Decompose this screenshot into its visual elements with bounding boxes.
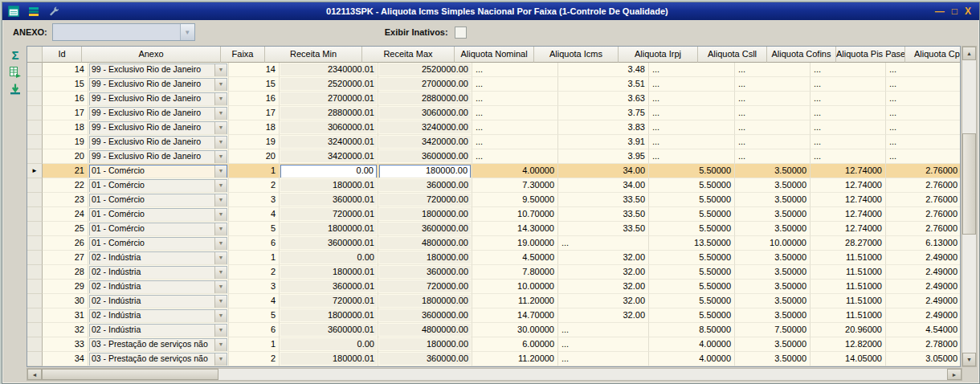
chevron-down-icon[interactable]: ▼ [214,122,227,134]
cell-aliquota_csll[interactable]: 10.00000 [735,236,811,251]
chevron-down-icon[interactable]: ▼ [214,209,227,221]
cell-faixa[interactable]: 2 [229,178,280,193]
row-indicator[interactable] [27,77,43,92]
anexo-combo[interactable]: 03 - Prestação de serviços não▼ [89,353,227,366]
cell-id[interactable]: 27 [43,251,88,265]
cell-anexo[interactable]: 02 - Indústria▼ [88,265,229,280]
receita_max-editor[interactable]: 360000.00 [379,179,471,191]
cell-faixa[interactable]: 5 [229,308,280,323]
cell-id[interactable]: 19 [43,135,88,149]
receita_max-editor[interactable]: 720000.00 [379,280,471,292]
cell-receita_max[interactable]: 180000.00 [378,164,472,178]
cell-aliquota_pis_pasep[interactable]: 2.78000 [886,337,960,352]
cell-anexo[interactable]: 99 - Exclusivo Rio de Janeiro▼ [88,149,229,164]
cell-aliquota_pis_pasep[interactable]: ... [886,106,960,121]
export-grid-button[interactable] [6,64,24,80]
chevron-down-icon[interactable]: ▼ [214,281,227,293]
cell-faixa[interactable]: 1 [229,337,280,352]
cell-receita_min[interactable]: 1800000.01 [280,308,378,323]
receita_max-editor[interactable]: 1800000.00 [379,208,471,220]
cell-anexo[interactable]: 99 - Exclusivo Rio de Janeiro▼ [88,135,229,149]
cell-aliquota_nominal[interactable]: 14.30000 [472,222,558,236]
cell-faixa[interactable]: 14 [229,63,280,77]
cell-aliquota_irpj[interactable]: 5.50000 [649,222,735,236]
receita_min-editor[interactable]: 0.00 [280,251,377,263]
receita_max-editor[interactable]: 1800000.00 [379,295,471,307]
cell-aliquota_nominal[interactable]: ... [472,121,558,135]
cell-aliquota_cofins[interactable]: 12.74000 [811,164,886,178]
chevron-down-icon[interactable]: ▼ [214,165,227,178]
cell-aliquota_cofins[interactable]: 28.27000 [811,236,886,251]
cell-aliquota_icms[interactable]: 3.48 [558,63,649,77]
cell-aliquota_csll[interactable]: 3.50000 [735,193,811,207]
cell-receita_max[interactable]: 720000.00 [378,193,472,207]
row-indicator[interactable] [27,222,43,236]
anexo-combo[interactable]: 01 - Comércio▼ [89,194,227,207]
cell-aliquota_nominal[interactable]: 7.30000 [472,178,558,193]
receita_max-editor[interactable]: 3600000.00 [379,223,471,235]
cell-aliquota_cofins[interactable]: ... [811,63,886,77]
cell-aliquota_cofins[interactable]: 20.96000 [811,323,886,337]
receita_min-editor[interactable]: 360000.01 [280,280,377,292]
cell-receita_max[interactable]: 360000.00 [378,178,472,193]
cell-id[interactable]: 24 [43,207,88,222]
cell-receita_min[interactable]: 3600000.01 [280,236,378,251]
anexo-combo[interactable]: 99 - Exclusivo Rio de Janeiro▼ [89,136,227,149]
receita_min-editor[interactable]: 3240000.01 [280,136,377,148]
cell-receita_max[interactable]: 3240000.00 [378,121,472,135]
chevron-down-icon[interactable]: ▼ [214,339,227,351]
cell-aliquota_icms[interactable]: 32.00 [558,280,649,294]
cell-receita_max[interactable]: 3600000.00 [378,308,472,323]
cell-aliquota_icms[interactable]: ... [558,323,649,337]
cell-aliquota_pis_pasep[interactable]: 2.76000 [886,207,960,222]
chevron-down-icon[interactable]: ▼ [214,108,227,120]
close-button[interactable]: X [965,6,971,17]
cell-faixa[interactable]: 3 [229,193,280,207]
cell-receita_max[interactable]: 3600000.00 [378,222,472,236]
row-indicator[interactable] [27,135,43,149]
anexo-combo[interactable]: 01 - Comércio▼ [89,208,227,222]
cell-aliquota_nominal[interactable]: 11.20000 [472,294,558,308]
cell-aliquota_cofins[interactable]: 11.51000 [811,251,886,265]
cell-id[interactable]: 20 [43,149,88,164]
cell-anexo[interactable]: 02 - Indústria▼ [88,294,229,308]
cell-anexo[interactable]: 99 - Exclusivo Rio de Janeiro▼ [88,106,229,121]
anexo-combo[interactable]: 02 - Indústria▼ [89,251,227,265]
cell-aliquota_nominal[interactable]: 4.50000 [472,251,558,265]
scroll-right-icon[interactable]: ► [947,369,962,380]
layers-icon[interactable] [27,6,39,18]
cell-aliquota_icms[interactable]: 3.75 [558,106,649,121]
wrench-icon[interactable] [47,6,59,18]
column-header-aliquota_irpj[interactable]: Aliquota Irpj [619,47,698,63]
receita_min-editor[interactable]: 2520000.01 [280,78,377,90]
cell-aliquota_icms[interactable]: 33.50 [558,193,649,207]
column-header-receita_max[interactable]: Receita Max [362,47,455,63]
cell-anexo[interactable]: 02 - Indústria▼ [88,251,229,265]
cell-aliquota_pis_pasep[interactable]: ... [886,63,960,77]
cell-receita_max[interactable]: 2520000.00 [378,63,472,77]
cell-id[interactable]: 34 [43,352,88,366]
cell-aliquota_csll[interactable]: ... [735,63,811,77]
cell-receita_min[interactable]: 0.00 [280,164,378,178]
cell-aliquota_nominal[interactable]: 10.70000 [472,207,558,222]
receita_min-editor[interactable]: 0.00 [280,165,377,178]
cell-receita_min[interactable]: 180000.01 [280,352,378,366]
anexo-combo[interactable]: 01 - Comércio▼ [89,165,227,178]
cell-id[interactable]: 18 [43,121,88,135]
cell-anexo[interactable]: 99 - Exclusivo Rio de Janeiro▼ [88,63,229,77]
cell-aliquota_cofins[interactable]: 12.74000 [811,193,886,207]
cell-anexo[interactable]: 01 - Comércio▼ [88,236,229,251]
cell-aliquota_icms[interactable]: 34.00 [558,178,649,193]
download-button[interactable] [6,81,24,96]
cell-aliquota_nominal[interactable]: ... [472,77,558,92]
cell-aliquota_csll[interactable]: 3.50000 [735,337,811,352]
cell-aliquota_csll[interactable]: 3.50000 [735,280,811,294]
receita_min-editor[interactable]: 1800000.01 [280,309,377,321]
cell-aliquota_pis_pasep[interactable]: 2.76000 [886,193,960,207]
cell-aliquota_irpj[interactable]: 5.50000 [649,207,735,222]
cell-receita_min[interactable]: 3060000.01 [280,121,378,135]
chevron-down-icon[interactable]: ▼ [214,353,227,366]
receita_max-editor[interactable]: 360000.00 [379,353,471,365]
cell-aliquota_nominal[interactable]: 19.00000 [472,236,558,251]
cell-anexo[interactable]: 02 - Indústria▼ [88,280,229,294]
